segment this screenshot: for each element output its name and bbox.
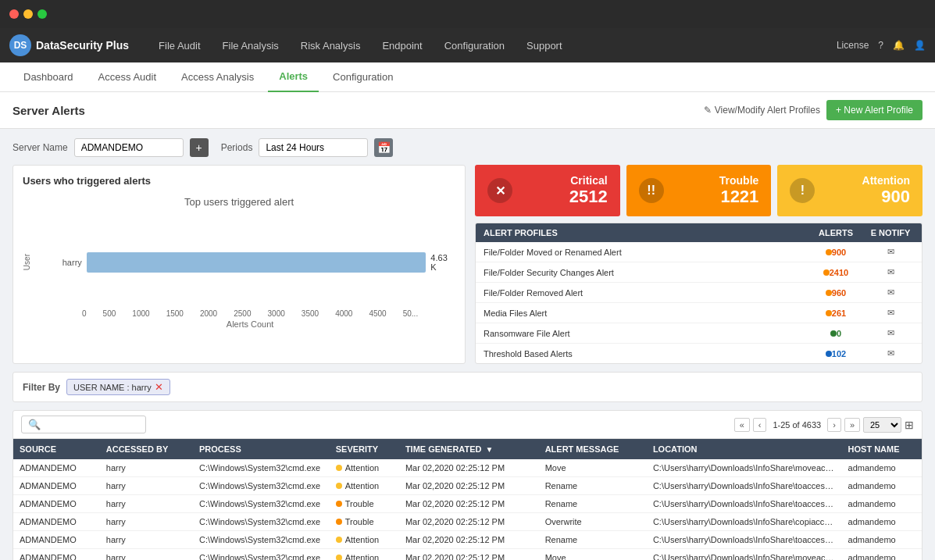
search-input[interactable] <box>45 419 139 430</box>
alert-count-4: 0 <box>805 329 867 338</box>
chart-user-label: harry <box>54 258 82 267</box>
nav-configuration[interactable]: Configuration <box>434 28 516 62</box>
alert-profile-name-3: Media Files Alert <box>484 309 805 318</box>
col-severity: SEVERITY <box>330 439 399 459</box>
page-title: Server Alerts <box>12 104 85 117</box>
periods-input[interactable] <box>259 138 368 157</box>
close-button[interactable] <box>9 9 19 19</box>
alert-cards-section: ✕ Critical 2512 !! Trouble 1221 ! <box>475 165 923 364</box>
cell-alert-message: Overwrite <box>539 513 647 531</box>
logo-icon: DS <box>9 34 31 56</box>
nav-support[interactable]: Support <box>516 28 573 62</box>
calendar-icon-button[interactable]: 📅 <box>374 138 393 157</box>
trouble-icon: !! <box>639 178 664 203</box>
export-icon[interactable]: ⊞ <box>905 419 914 431</box>
col-alert-message: ALERT MESSAGE <box>539 439 647 459</box>
subnav-access-analysis[interactable]: Access Analysis <box>170 62 265 92</box>
x-label-3000: 3000 <box>268 309 285 318</box>
chart-panel: Users who triggered alerts Top users tri… <box>12 165 466 364</box>
cell-location: C:\Users\harry\Downloads\InfoShare\toacc… <box>647 531 842 549</box>
notify-1[interactable]: ✉ <box>867 267 914 277</box>
filter-remove-button[interactable]: ✕ <box>155 381 163 393</box>
nav-endpoint[interactable]: Endpoint <box>371 28 433 62</box>
cell-host: admandemo <box>842 477 922 495</box>
x-label-3500: 3500 <box>302 309 319 318</box>
cell-process: C:\Windows\System32\cmd.exe <box>193 477 330 495</box>
next-page-button[interactable]: › <box>827 418 841 432</box>
cell-location: C:\Users\harry\Downloads\InfoShare\copia… <box>647 513 842 531</box>
critical-info: Critical 2512 <box>520 174 608 207</box>
subnav-dashboard[interactable]: Dashboard <box>12 62 84 92</box>
attention-info: Attention 900 <box>823 174 910 207</box>
table-row: ADMANDEMO harry C:\Windows\System32\cmd.… <box>13 549 922 561</box>
trouble-info: Trouble 1221 <box>672 174 759 207</box>
nav-license[interactable]: License <box>837 40 869 51</box>
search-box: 🔍 <box>21 416 146 433</box>
subnav-configuration[interactable]: Configuration <box>322 62 404 92</box>
cell-accessed-by: harry <box>100 513 193 531</box>
last-page-button[interactable]: » <box>844 418 860 432</box>
window-top-bar <box>0 0 935 28</box>
critical-card[interactable]: ✕ Critical 2512 <box>475 165 620 216</box>
cell-accessed-by: harry <box>100 549 193 561</box>
nav-file-analysis[interactable]: File Analysis <box>212 28 290 62</box>
table-head: SOURCE ACCESSED BY PROCESS SEVERITY TIME… <box>13 439 922 459</box>
filter-bar: Filter By USER NAME : harry ✕ <box>12 372 923 402</box>
view-modify-profiles-button[interactable]: ✎ View/Modify Alert Profiles <box>704 100 820 120</box>
cell-severity: Trouble <box>330 513 399 531</box>
notify-2[interactable]: ✉ <box>867 287 914 298</box>
maximize-button[interactable] <box>37 9 47 19</box>
subnav-alerts[interactable]: Alerts <box>268 62 319 92</box>
chart-bar-harry <box>87 252 426 273</box>
main-layout: Users who triggered alerts Top users tri… <box>12 165 923 364</box>
x-label-2000: 2000 <box>200 309 217 318</box>
minimize-button[interactable] <box>23 9 33 19</box>
new-alert-profile-button[interactable]: + New Alert Profile <box>826 100 923 120</box>
per-page-select[interactable]: 25 50 100 <box>863 417 901 433</box>
cell-alert-message: Rename <box>539 495 647 513</box>
col-process: PROCESS <box>193 439 330 459</box>
attention-card[interactable]: ! Attention 900 <box>777 165 923 216</box>
cell-time: Mar 02,2020 02:25:12 PM <box>399 495 539 513</box>
prev-page-button[interactable]: ‹ <box>753 418 767 432</box>
x-label-2500: 2500 <box>234 309 251 318</box>
x-label-50: 50... <box>403 309 418 318</box>
nav-bell-icon[interactable]: 🔔 <box>893 40 905 51</box>
x-axis-title: Alerts Count <box>82 319 418 329</box>
notify-3[interactable]: ✉ <box>867 308 914 318</box>
table-row: ADMANDEMO harry C:\Windows\System32\cmd.… <box>13 459 922 477</box>
cell-process: C:\Windows\System32\cmd.exe <box>193 513 330 531</box>
cell-location: C:\Users\harry\Downloads\InfoShare\movea… <box>647 549 842 561</box>
add-server-button[interactable]: + <box>190 138 209 157</box>
trouble-count: 1221 <box>672 187 759 207</box>
attention-label: Attention <box>823 174 910 187</box>
cell-severity: Attention <box>330 477 399 495</box>
nav-user-icon[interactable]: 👤 <box>914 40 926 51</box>
subnav-access-audit[interactable]: Access Audit <box>87 62 167 92</box>
alert-row-2: File/Folder Removed Alert 960 ✉ <box>476 283 922 303</box>
trouble-card[interactable]: !! Trouble 1221 <box>626 165 772 216</box>
cell-alert-message: Move <box>539 549 647 561</box>
col-e-notify: E NOTIFY <box>867 228 914 237</box>
table-row: ADMANDEMO harry C:\Windows\System32\cmd.… <box>13 495 922 513</box>
notify-5[interactable]: ✉ <box>867 348 914 358</box>
view-modify-label: View/Modify Alert Profiles <box>715 105 820 116</box>
nav-items: File Audit File Analysis Risk Analysis E… <box>148 28 573 62</box>
chart-x-axis: 0 500 1000 1500 2000 2500 3000 3500 4000… <box>82 309 455 329</box>
server-name-input[interactable] <box>74 138 184 157</box>
col-time-generated[interactable]: TIME GENERATED ▼ <box>399 439 539 459</box>
notify-4[interactable]: ✉ <box>867 328 914 338</box>
table-toolbar: 🔍 « ‹ 1-25 of 4633 › » 25 50 100 ⊞ <box>13 411 922 439</box>
nav-risk-analysis[interactable]: Risk Analysis <box>290 28 372 62</box>
nav-help[interactable]: ? <box>878 40 883 51</box>
cell-time: Mar 02,2020 02:25:12 PM <box>399 459 539 477</box>
cell-severity: Attention <box>330 549 399 561</box>
nav-file-audit[interactable]: File Audit <box>148 28 211 62</box>
data-table-container: 🔍 « ‹ 1-25 of 4633 › » 25 50 100 ⊞ SO <box>12 410 923 560</box>
alert-profile-name-1: File/Folder Security Changes Alert <box>484 268 805 277</box>
notify-0[interactable]: ✉ <box>867 247 914 257</box>
first-page-button[interactable]: « <box>734 418 750 432</box>
alert-row-4: Ransomware File Alert 0 ✉ <box>476 323 922 344</box>
y-axis-text: User <box>23 254 54 270</box>
cell-process: C:\Windows\System32\cmd.exe <box>193 459 330 477</box>
